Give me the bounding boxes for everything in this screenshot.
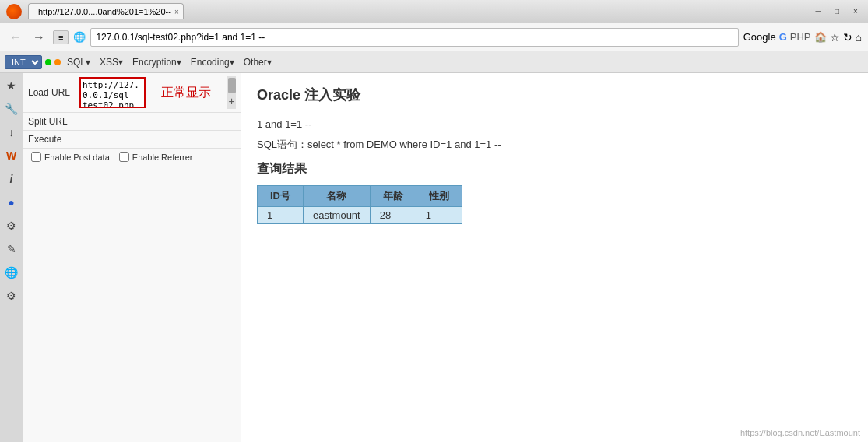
- cell-id: 1: [258, 207, 304, 224]
- hackbar-panel: Load URL http://127.0.0.1/sql-test02.php…: [23, 73, 241, 442]
- main-container: ★ 🔧 ↓ W i ● ⚙ ✎ 🌐 ⚙ Load URL http://127.…: [0, 73, 868, 442]
- tab-url-text: http://127.0.0....0and%201=1%20--: [38, 7, 171, 16]
- restore-button[interactable]: □: [831, 5, 843, 18]
- sql-line: SQL语句：select * from DEMO where ID=1 and …: [257, 137, 852, 153]
- tab-close-button[interactable]: ×: [174, 8, 179, 16]
- enable-post-label: Enable Post data: [44, 153, 110, 162]
- security-icon: 🌐: [73, 31, 86, 43]
- enable-post-checkbox[interactable]: Enable Post data: [31, 152, 110, 162]
- scroll-thumb[interactable]: [228, 78, 236, 93]
- load-url-row: Load URL http://127.0.0.1/sql-test02.php…: [23, 73, 241, 113]
- other-menu[interactable]: Other▾: [241, 55, 275, 69]
- cell-age: 28: [370, 207, 416, 224]
- star-icon[interactable]: ☆: [830, 31, 840, 44]
- cell-gender: 1: [416, 207, 462, 224]
- encryption-menu[interactable]: Encryption▾: [129, 55, 184, 69]
- options-row: Enable Post data Enable Referrer: [23, 149, 241, 165]
- sidebar-icon-circle[interactable]: ●: [2, 193, 21, 212]
- table-header-row: ID号 名称 年龄 性别: [258, 186, 462, 207]
- menu-button[interactable]: ≡: [53, 30, 69, 44]
- referrer-checkbox-input[interactable]: [119, 152, 129, 162]
- load-url-button[interactable]: Load URL: [28, 87, 75, 98]
- search-box: Google G PHP 🏠 ☆ ↻ ⌂: [743, 31, 862, 44]
- sidebar-icon-settings[interactable]: ⚙: [2, 286, 21, 305]
- sidebar-icon-download[interactable]: ↓: [2, 123, 21, 142]
- sql-menu[interactable]: SQL▾: [64, 55, 93, 69]
- normal-display-text: 正常显示: [150, 79, 223, 107]
- search-label: Google: [743, 31, 776, 43]
- split-url-row: Split URL: [23, 113, 241, 131]
- col-name: 名称: [304, 186, 371, 207]
- sidebar-icon-gear[interactable]: ⚙: [2, 216, 21, 235]
- col-id: ID号: [258, 186, 304, 207]
- encoding-menu[interactable]: Encoding▾: [188, 55, 237, 69]
- sidebar-icon-info[interactable]: i: [2, 170, 21, 188]
- sidebar-icon-globe[interactable]: 🌐: [2, 263, 21, 282]
- toolbar-icon-1: 🏠: [814, 31, 827, 43]
- table-row: 1 eastmount 28 1: [258, 207, 462, 224]
- title-bar-left: http://127.0.0....0and%201=1%20-- ×: [6, 3, 184, 19]
- hackbar-toolbar: INT SQL▾ XSS▾ Encryption▾ Encoding▾ Othe…: [0, 51, 868, 73]
- sidebar: ★ 🔧 ↓ W i ● ⚙ ✎ 🌐 ⚙: [0, 73, 23, 442]
- xss-menu[interactable]: XSS▾: [97, 55, 126, 69]
- reload-button[interactable]: ↻: [843, 31, 852, 44]
- execute-button[interactable]: Execute: [28, 134, 75, 145]
- back-button[interactable]: ←: [6, 29, 25, 46]
- minimize-button[interactable]: ─: [812, 5, 824, 18]
- content-area: Oracle 注入实验 1 and 1=1 -- SQL语句：select * …: [241, 73, 868, 442]
- browser-logo: [6, 4, 22, 19]
- scroll-plus[interactable]: +: [227, 93, 236, 109]
- title-bar: http://127.0.0....0and%201=1%20-- × ─ □ …: [0, 0, 868, 23]
- col-gender: 性别: [416, 186, 462, 207]
- sidebar-icon-star[interactable]: ★: [2, 76, 21, 95]
- google-icon: G: [779, 31, 787, 43]
- split-url-button[interactable]: Split URL: [28, 116, 75, 127]
- active-tab[interactable]: http://127.0.0....0and%201=1%20-- ×: [28, 3, 184, 19]
- orange-dot: [54, 59, 61, 65]
- sidebar-icon-puzzle[interactable]: 🔧: [2, 100, 21, 118]
- address-bar: ← → ≡ 🌐 Google G PHP 🏠 ☆ ↻ ⌂: [0, 23, 868, 51]
- post-checkbox-input[interactable]: [31, 152, 41, 162]
- php-icon: PHP: [790, 31, 811, 43]
- window-controls: ─ □ ×: [812, 5, 862, 18]
- result-title: 查询结果: [257, 161, 852, 177]
- watermark: https://blog.csdn.net/Eastmount: [740, 428, 860, 437]
- result-table: ID号 名称 年龄 性别 1 eastmount 28 1: [257, 185, 462, 224]
- close-button[interactable]: ×: [849, 5, 862, 18]
- url-input[interactable]: http://127.0.0.1/sql-test02.php ?id=1 an…: [79, 77, 146, 108]
- execute-row: Execute: [23, 131, 241, 149]
- green-dot: [45, 59, 51, 65]
- tab-bar: http://127.0.0....0and%201=1%20-- ×: [28, 3, 184, 19]
- enable-referrer-checkbox[interactable]: Enable Referrer: [119, 152, 193, 162]
- address-input[interactable]: [90, 28, 738, 47]
- cell-name: eastmount: [304, 207, 371, 224]
- sidebar-icon-w[interactable]: W: [2, 146, 21, 165]
- page-title: Oracle 注入实验: [257, 86, 852, 104]
- home-button[interactable]: ⌂: [856, 31, 862, 44]
- col-age: 年龄: [370, 186, 416, 207]
- enable-referrer-label: Enable Referrer: [132, 153, 193, 162]
- scrollbar: +: [227, 76, 236, 109]
- param-line: 1 and 1=1 --: [257, 117, 852, 132]
- sidebar-icon-pencil[interactable]: ✎: [2, 240, 21, 258]
- int-selector[interactable]: INT: [5, 55, 42, 69]
- forward-button[interactable]: →: [30, 29, 48, 46]
